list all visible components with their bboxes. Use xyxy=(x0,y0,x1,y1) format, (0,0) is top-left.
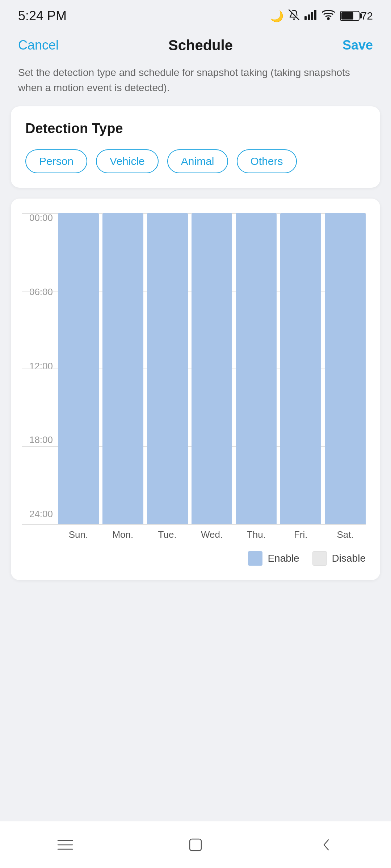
moon-icon: 🌙 xyxy=(270,10,283,22)
detection-types-container: Person Vehicle Animal Others xyxy=(25,149,366,173)
y-label-1200: 12:00 xyxy=(25,361,58,371)
svg-rect-1 xyxy=(304,16,307,20)
signal-icon xyxy=(304,10,317,22)
svg-rect-3 xyxy=(311,12,313,20)
legend-enable: Enable xyxy=(248,551,299,566)
chart-container: 00:00 06:00 12:00 18:00 24:00 xyxy=(25,213,366,540)
x-label-sat: Sat. xyxy=(325,529,366,540)
wifi-icon xyxy=(322,10,335,22)
svg-rect-9 xyxy=(190,839,201,851)
svg-rect-4 xyxy=(314,10,316,20)
detection-tag-vehicle[interactable]: Vehicle xyxy=(96,149,159,173)
save-button[interactable]: Save xyxy=(342,38,373,53)
bar-sat[interactable] xyxy=(325,213,366,524)
x-axis: Sun. Mon. Tue. Wed. Thu. Fri. Sat. xyxy=(58,524,366,540)
bell-muted-icon xyxy=(289,9,299,23)
x-label-thu: Thu. xyxy=(236,529,277,540)
chart-legend: Enable Disable xyxy=(25,540,366,566)
bar-tue[interactable] xyxy=(147,213,188,524)
x-label-mon: Mon. xyxy=(102,529,143,540)
description-text: Set the detection type and schedule for … xyxy=(0,61,391,106)
schedule-card: 00:00 06:00 12:00 18:00 24:00 xyxy=(11,199,380,580)
menu-button[interactable] xyxy=(51,834,80,856)
bar-sun-enabled xyxy=(58,213,99,524)
nav-header: Cancel Schedule Save xyxy=(0,29,391,61)
status-bar: 5:24 PM 🌙 xyxy=(0,0,391,29)
y-label-0600: 06:00 xyxy=(25,287,58,297)
bar-tue-enabled xyxy=(147,213,188,524)
battery-level: 72 xyxy=(361,10,373,22)
detection-type-title: Detection Type xyxy=(25,121,366,136)
legend-disable-box xyxy=(312,551,327,566)
bar-wed[interactable] xyxy=(192,213,232,524)
back-button[interactable] xyxy=(311,834,340,856)
detection-tag-others[interactable]: Others xyxy=(237,149,297,173)
detection-tag-person[interactable]: Person xyxy=(25,149,87,173)
bar-sat-enabled xyxy=(325,213,366,524)
detection-type-card: Detection Type Person Vehicle Animal Oth… xyxy=(11,106,380,188)
y-label-0000: 00:00 xyxy=(25,213,58,222)
legend-enable-box xyxy=(248,551,262,566)
bar-thu[interactable] xyxy=(236,213,277,524)
legend-enable-label: Enable xyxy=(268,553,299,564)
svg-rect-2 xyxy=(308,14,310,20)
bar-mon[interactable] xyxy=(102,213,143,524)
x-label-tue: Tue. xyxy=(147,529,188,540)
chart-area: Sun. Mon. Tue. Wed. Thu. Fri. Sat. xyxy=(58,213,366,540)
status-icons: 🌙 xyxy=(270,9,373,23)
battery-icon: 72 xyxy=(340,10,373,22)
svg-point-5 xyxy=(327,18,329,20)
legend-disable: Disable xyxy=(312,551,366,566)
svg-line-0 xyxy=(289,10,299,20)
status-time: 5:24 PM xyxy=(18,8,67,24)
bar-sun[interactable] xyxy=(58,213,99,524)
home-button[interactable] xyxy=(181,834,210,856)
bar-wed-enabled xyxy=(192,213,232,524)
bottom-nav xyxy=(0,821,391,868)
x-label-fri: Fri. xyxy=(280,529,321,540)
bars-area xyxy=(58,213,366,524)
cancel-button[interactable]: Cancel xyxy=(18,38,59,53)
y-label-2400: 24:00 xyxy=(25,509,58,519)
page-title: Schedule xyxy=(168,37,233,54)
y-label-1800: 18:00 xyxy=(25,435,58,444)
bar-fri[interactable] xyxy=(280,213,321,524)
legend-disable-label: Disable xyxy=(332,553,366,564)
x-label-wed: Wed. xyxy=(192,529,232,540)
x-label-sun: Sun. xyxy=(58,529,99,540)
detection-tag-animal[interactable]: Animal xyxy=(167,149,228,173)
y-axis: 00:00 06:00 12:00 18:00 24:00 xyxy=(25,213,58,540)
bar-thu-enabled xyxy=(236,213,277,524)
bar-fri-enabled xyxy=(280,213,321,524)
bar-mon-enabled xyxy=(102,213,143,524)
